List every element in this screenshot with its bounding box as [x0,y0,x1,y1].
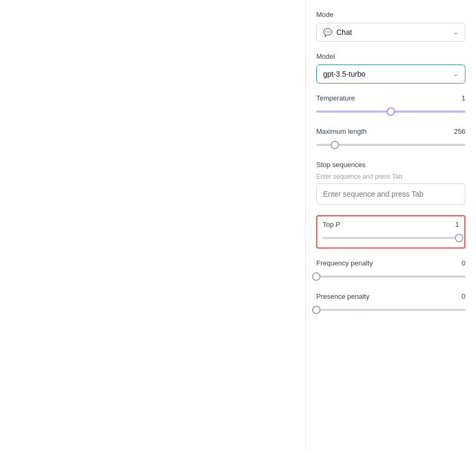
mode-dropdown-value: Chat [336,28,352,36]
right-panel: Mode 💬 Chat ⌄ Model gpt-3.5-turbo ⌄ Temp… [306,0,476,450]
presence-penalty-track [316,309,465,311]
frequency-penalty-value: 0 [462,259,465,267]
top-p-row: Top P 1 [323,221,459,228]
max-length-slider[interactable] [316,140,465,150]
mode-dropdown[interactable]: 💬 Chat ⌄ [316,23,465,42]
top-p-value: 1 [455,221,459,228]
stop-sequences-input[interactable] [316,183,465,205]
top-p-thumb[interactable] [455,234,463,242]
top-p-slider[interactable] [323,233,459,243]
temperature-thumb[interactable] [387,107,395,116]
model-chevron-icon: ⌄ [453,70,459,78]
frequency-penalty-row: Frequency penalty 0 [316,259,465,267]
temperature-row: Temperature 1 [316,94,465,102]
max-length-track [316,144,465,146]
model-section: Model gpt-3.5-turbo ⌄ [316,52,465,84]
top-p-label: Top P [323,221,340,228]
chat-bubble-icon: 💬 [323,28,332,36]
presence-penalty-label: Presence penalty [316,292,369,300]
temperature-value: 1 [462,94,465,102]
temperature-section: Temperature 1 [316,94,465,117]
stop-sequences-section: Stop sequences Enter sequence and press … [316,161,465,205]
model-label: Model [316,52,465,60]
presence-penalty-value: 0 [462,292,465,300]
model-dropdown-value: gpt-3.5-turbo [323,70,365,78]
max-length-value: 256 [454,127,465,135]
max-length-label: Maximum length [316,127,367,135]
temperature-slider[interactable] [316,106,465,117]
frequency-penalty-slider[interactable] [316,271,465,282]
temperature-label: Temperature [316,94,355,102]
mode-dropdown-left: 💬 Chat [323,28,352,36]
mode-label: Mode [316,11,465,19]
presence-penalty-slider[interactable] [316,305,465,315]
top-p-section: Top P 1 [316,215,465,249]
mode-section: Mode 💬 Chat ⌄ [316,11,465,42]
mode-chevron-icon: ⌄ [453,29,459,36]
frequency-penalty-section: Frequency penalty 0 [316,259,465,282]
stop-sequences-hint: Enter sequence and press Tab [316,173,465,180]
model-dropdown-left: gpt-3.5-turbo [323,70,365,78]
max-length-row: Maximum length 256 [316,127,465,135]
left-panel [0,0,306,450]
frequency-penalty-thumb[interactable] [312,272,321,281]
presence-penalty-row: Presence penalty 0 [316,292,465,300]
stop-sequences-label: Stop sequences [316,161,465,169]
temperature-track [316,111,465,113]
frequency-penalty-label: Frequency penalty [316,259,373,267]
max-length-thumb[interactable] [331,141,339,149]
model-dropdown[interactable]: gpt-3.5-turbo ⌄ [316,65,465,84]
frequency-penalty-track [316,275,465,278]
max-length-section: Maximum length 256 [316,127,465,150]
presence-penalty-thumb[interactable] [312,306,321,314]
presence-penalty-section: Presence penalty 0 [316,292,465,315]
top-p-track [323,237,459,239]
